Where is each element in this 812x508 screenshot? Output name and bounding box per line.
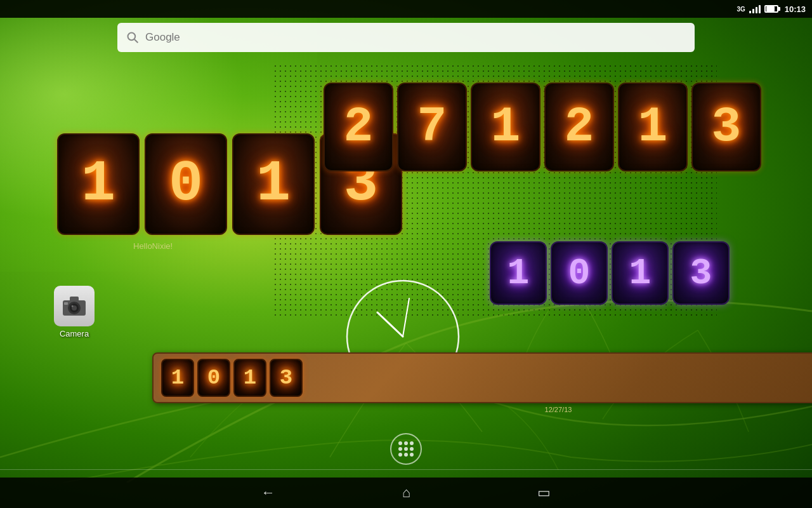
nixie-clock-small: 1 0 1 3 12/27/13	[152, 352, 812, 403]
signal-strength	[749, 4, 761, 13]
camera-label: Camera	[60, 329, 89, 338]
dot	[398, 441, 402, 445]
dot	[410, 453, 414, 457]
svg-line-1	[134, 39, 138, 43]
svg-point-9	[72, 305, 74, 307]
battery-icon	[764, 5, 778, 13]
nixie-date-digit-1: 2	[324, 83, 393, 171]
status-time: 10:13	[785, 4, 806, 14]
nixie-purple-digit-4: 3	[672, 241, 730, 305]
svg-rect-10	[70, 297, 79, 302]
dot	[410, 441, 414, 445]
nixie-purple-digit-1: 1	[490, 241, 547, 305]
home-button[interactable]: ⌂	[402, 485, 410, 501]
nixie-purple-digit-2: 0	[551, 241, 608, 305]
nixie-date-digit-6: 3	[691, 83, 761, 171]
nixie-small-digit-2: 0	[197, 359, 230, 397]
nixie-date-digit-2: 7	[397, 83, 467, 171]
nav-bar: ← ⌂ ▭	[0, 478, 812, 508]
camera-app-icon[interactable]: Camera	[54, 286, 95, 338]
nixie-date-digit-5: 1	[618, 83, 688, 171]
nixie-small-digit-3: 1	[233, 359, 266, 397]
nixie-date-large: 2 7 1 2 1 3	[324, 83, 761, 171]
camera-icon	[54, 286, 95, 326]
nixie-purple-digit-3: 1	[612, 241, 669, 305]
nixie-small-digit-1: 1	[161, 359, 194, 397]
dot	[410, 447, 414, 451]
svg-rect-11	[64, 302, 68, 305]
search-bar[interactable]	[117, 23, 695, 52]
nixie-date-digit-4: 2	[544, 83, 614, 171]
camera-svg	[62, 295, 87, 317]
hello-nixie-label: HelloNixie!	[133, 241, 173, 251]
status-bar: 3G 10:13	[0, 0, 812, 18]
recent-button[interactable]: ▭	[537, 485, 551, 501]
back-button[interactable]: ←	[261, 485, 275, 501]
dot	[404, 447, 408, 451]
svg-line-3	[377, 312, 403, 337]
dot	[398, 447, 402, 451]
dot	[404, 441, 408, 445]
app-drawer-button[interactable]	[390, 433, 422, 465]
nixie-clock-purple: 1 0 1 3	[490, 241, 730, 305]
nixie-digit-2: 0	[145, 133, 227, 235]
search-icon	[126, 31, 139, 44]
svg-point-0	[128, 33, 136, 41]
nixie-date-digit-3: 1	[471, 83, 540, 171]
nixie-digit-1: 1	[57, 133, 140, 235]
nixie-digit-3: 1	[232, 133, 315, 235]
svg-line-4	[403, 298, 409, 337]
dock-separator	[0, 469, 812, 470]
dots-grid	[398, 441, 414, 457]
dot	[398, 453, 402, 457]
network-indicator: 3G	[737, 6, 745, 13]
small-clock-date: 12/27/13	[154, 406, 812, 413]
nixie-small-digit-4: 3	[270, 359, 303, 397]
search-input[interactable]	[145, 31, 686, 44]
dot	[404, 453, 408, 457]
